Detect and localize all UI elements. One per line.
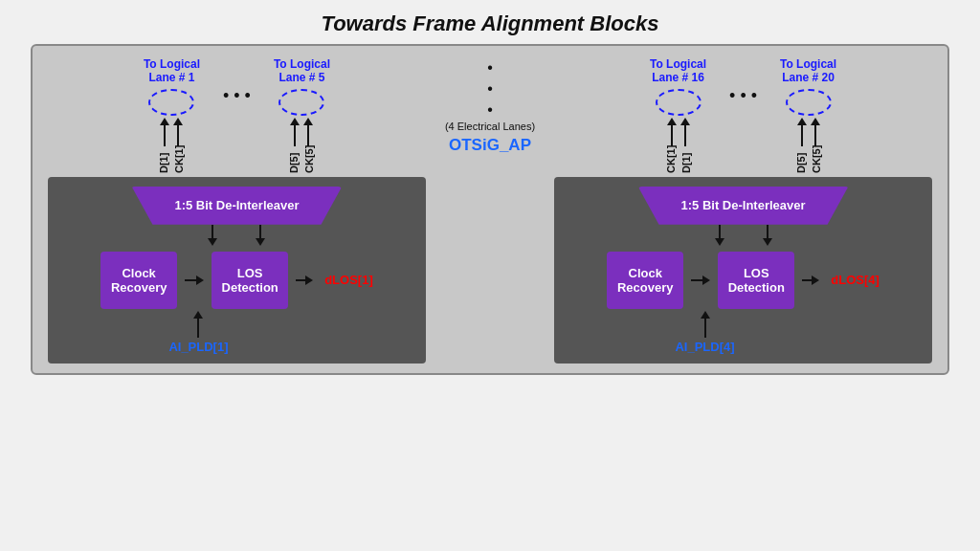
lane20-label: To LogicalLane # 20 xyxy=(780,57,836,85)
bottom-blocks-2: ClockRecovery LOSDetection dLOS[4] xyxy=(564,252,923,309)
outer-box: To LogicalLane # 1 D[1] CK[1] xyxy=(31,44,949,375)
los-detection-1: LOSDetection xyxy=(212,252,288,309)
lane-item-5: To LogicalLane # 5 D[5] CK[5] xyxy=(274,57,330,173)
dots-1: • • • xyxy=(223,86,251,144)
d1-label: D[1] xyxy=(158,146,169,173)
lane5-oval xyxy=(278,89,324,116)
dots-2: • • • xyxy=(729,86,757,144)
dark-bg-1: 1:5 Bit De-Interleaver ClockRecovery xyxy=(48,177,426,364)
arrow-cr-to-los-1 xyxy=(185,276,204,285)
arrow-los-out-2 xyxy=(802,276,819,285)
ck1-g2-label: CK[1] xyxy=(665,146,677,173)
lane-item-1: To LogicalLane # 1 D[1] CK[1] xyxy=(144,57,200,173)
arrow-los-out-1 xyxy=(296,276,313,285)
dots-vertical3: • xyxy=(487,101,493,119)
bottom-blocks-1: ClockRecovery LOSDetection dLOS[1] xyxy=(57,252,416,309)
center-info: • • • (4 Electrical Lanes) OTSiG_AP xyxy=(445,57,535,163)
d1-g2-label: D[1] xyxy=(680,146,692,173)
dlos1-label: dLOS[1] xyxy=(324,273,373,287)
deinterleaver-1: 1:5 Bit De-Interleaver xyxy=(131,187,342,225)
deinterleaver-2: 1:5 Bit De-Interleaver xyxy=(638,187,849,225)
ai-pld-2-area: AI_PLD[4] xyxy=(675,311,734,354)
top-lanes-1: To LogicalLane # 1 D[1] CK[1] xyxy=(48,57,426,173)
ck1-label: CK[1] xyxy=(173,146,185,173)
dots-vertical2: • xyxy=(487,80,493,98)
lane16-oval xyxy=(656,89,702,116)
dlos4-label: dLOS[4] xyxy=(831,273,880,287)
otsig-label: OTSiG_AP xyxy=(449,136,531,155)
clock-recovery-2: ClockRecovery xyxy=(607,252,683,309)
ai-pld-2-label: AI_PLD[4] xyxy=(675,340,734,354)
lane-group-1: To LogicalLane # 1 D[1] CK[1] xyxy=(48,57,426,364)
page-title: Towards Frame Alignment Blocks xyxy=(322,11,659,36)
arrow-cr-to-los-2 xyxy=(691,276,710,285)
dots-vertical: • xyxy=(487,59,493,77)
los-detection-2: LOSDetection xyxy=(718,252,794,309)
ck5-label: CK[5] xyxy=(303,146,315,173)
ai-pld-1-area: AI_PLD[1] xyxy=(168,311,228,354)
ck5-g2-label: CK[5] xyxy=(811,146,822,173)
lane-item-20: To LogicalLane # 20 D[5] CK[5] xyxy=(780,57,836,173)
lane16-label: To LogicalLane # 16 xyxy=(650,57,706,85)
dark-bg-2: 1:5 Bit De-Interleaver ClockRecovery xyxy=(554,177,932,364)
lane5-label: To LogicalLane # 5 xyxy=(274,57,330,85)
d5-g2-label: D[5] xyxy=(795,146,807,173)
lane1-label: To LogicalLane # 1 xyxy=(144,57,200,85)
lane1-oval xyxy=(148,89,194,116)
lane-group-2: To LogicalLane # 16 CK[1] D[1] xyxy=(554,57,932,364)
clock-recovery-1: ClockRecovery xyxy=(100,252,177,309)
ai-pld-1-label: AI_PLD[1] xyxy=(168,340,228,354)
lane20-oval xyxy=(786,89,832,116)
d5-label: D[5] xyxy=(288,146,300,173)
top-lanes-2: To LogicalLane # 16 CK[1] D[1] xyxy=(554,57,932,173)
electrical-lanes-label: (4 Electrical Lanes) xyxy=(445,121,535,132)
lane-item-16: To LogicalLane # 16 CK[1] D[1] xyxy=(650,57,706,173)
